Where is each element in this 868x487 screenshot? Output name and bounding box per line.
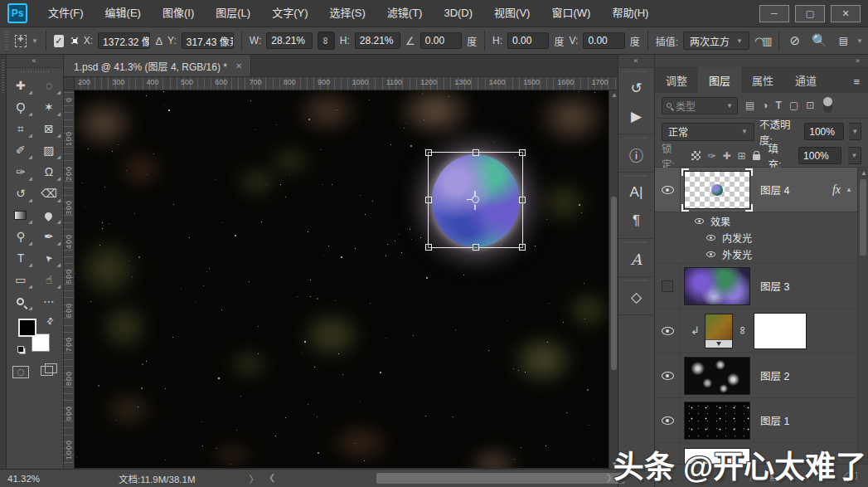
- blend-mode-select[interactable]: 正常▼: [662, 123, 754, 141]
- outer-glow-row[interactable]: 外发光: [655, 246, 857, 264]
- eye-icon[interactable]: [706, 251, 715, 257]
- tab-adjustments[interactable]: 调整: [655, 67, 698, 93]
- maximize-button[interactable]: ▢: [795, 5, 825, 22]
- tool-preset-chevron-icon[interactable]: ▼: [32, 37, 38, 45]
- zoom-tool-icon[interactable]: ◢: [7, 290, 35, 312]
- screen-mode-button[interactable]: [41, 363, 57, 376]
- default-colors-icon[interactable]: [17, 346, 25, 353]
- path-select-tool-icon[interactable]: ➤◢: [35, 247, 63, 269]
- menu-item-6[interactable]: 选择(S): [318, 0, 376, 27]
- layer4-thumbnail[interactable]: [684, 171, 750, 209]
- layer3-visibility[interactable]: [655, 264, 681, 308]
- document-tab[interactable]: 1.psd @ 41.3% (图层 4, RGB/16) * ✕: [64, 55, 251, 76]
- layer1-thumbnail[interactable]: [684, 402, 750, 440]
- filter-shape-layers-icon[interactable]: ▢: [789, 100, 798, 111]
- gradient-tool-icon[interactable]: ◢: [7, 204, 35, 226]
- layers-scrollbar[interactable]: ▲ ▼: [857, 168, 868, 464]
- layer-filter-select[interactable]: 类型 ▼: [662, 97, 738, 114]
- filter-toggle-switch[interactable]: [823, 98, 832, 113]
- y-position-field[interactable]: 317.43 像素: [182, 32, 234, 49]
- transform-handle[interactable]: [519, 197, 526, 203]
- layer1-visibility[interactable]: [655, 398, 681, 442]
- menu-item-8[interactable]: 3D(D): [433, 0, 483, 27]
- menu-item-9[interactable]: 视图(V): [483, 0, 541, 27]
- filter-pixel-layers-icon[interactable]: ▤: [745, 100, 754, 111]
- menu-item-7[interactable]: 滤镜(T): [376, 0, 434, 27]
- layer-row-3[interactable]: 图层 3: [655, 264, 868, 309]
- eye-icon[interactable]: [706, 235, 715, 241]
- delta-relative-position-icon[interactable]: Δ: [155, 35, 162, 47]
- tab-layers[interactable]: 图层: [698, 67, 741, 93]
- layers-scroll-thumb[interactable]: [860, 179, 866, 256]
- fill-chevron-icon[interactable]: ▼: [848, 147, 861, 164]
- lasso-tool-icon[interactable]: Ϙ◢: [7, 96, 35, 118]
- brush-tool-icon[interactable]: ✑◢: [7, 161, 35, 183]
- fx-badge[interactable]: fx: [832, 183, 841, 197]
- transform-handle[interactable]: [425, 149, 432, 156]
- transform-handle[interactable]: [473, 244, 479, 251]
- interpolation-select[interactable]: 两次立方▼: [683, 32, 749, 50]
- minimize-button[interactable]: ─: [759, 5, 789, 22]
- opacity-field[interactable]: 100%: [804, 123, 844, 140]
- lock-position-icon[interactable]: ✚: [723, 150, 731, 162]
- canvas[interactable]: [75, 90, 609, 468]
- gradient-fill-thumbnail[interactable]: [705, 314, 733, 348]
- glyphs-panel-icon[interactable]: A: [618, 245, 654, 273]
- layer2-name[interactable]: 图层 2: [760, 368, 789, 383]
- close-document-icon[interactable]: ✕: [235, 61, 242, 71]
- magic-wand-tool-icon[interactable]: ✶◢: [35, 96, 63, 118]
- tab-channels[interactable]: 通道: [784, 67, 827, 93]
- h-skew-field[interactable]: 0.00: [507, 32, 549, 49]
- marquee-tool-icon[interactable]: ◌◢: [35, 75, 63, 96]
- close-button[interactable]: ✕: [831, 5, 861, 22]
- lock-artboard-icon[interactable]: ⊞: [738, 150, 746, 162]
- transform-handle[interactable]: [519, 244, 526, 251]
- menu-item-5[interactable]: 文字(Y): [261, 0, 318, 27]
- info-panel-icon[interactable]: ⓘ: [618, 140, 654, 168]
- transform-handle[interactable]: [425, 197, 432, 203]
- frame-tool-icon[interactable]: ⊠◢: [35, 118, 63, 139]
- shape-tool-icon[interactable]: ▭◢: [7, 269, 35, 290]
- toggle-reference-point-checkbox[interactable]: ✓: [54, 35, 64, 47]
- layer-mask-link-icon[interactable]: ∞: [737, 327, 749, 334]
- color-swatches[interactable]: ⇄: [18, 319, 51, 353]
- layer4-name[interactable]: 图层 4: [760, 182, 789, 197]
- reference-point-locator-icon[interactable]: [69, 35, 79, 47]
- menu-item-11[interactable]: 帮助(H): [601, 0, 659, 27]
- move-tool-icon[interactable]: ✚◢: [7, 75, 35, 96]
- layer1-name[interactable]: 图层 1: [760, 412, 789, 428]
- filter-type-layers-icon[interactable]: T: [776, 100, 782, 111]
- maintain-aspect-ratio-button[interactable]: ∞: [318, 32, 335, 50]
- x-position-field[interactable]: 1372.32 像素: [98, 32, 150, 49]
- menu-item-1[interactable]: 文件(F): [37, 0, 95, 27]
- ruler-corner[interactable]: [64, 77, 75, 90]
- dodge-tool-icon[interactable]: ⚲◢: [7, 226, 35, 247]
- width-scale-field[interactable]: 28.21%: [266, 32, 312, 49]
- collapse-effects-icon[interactable]: ▲: [846, 186, 852, 193]
- scroll-up-icon[interactable]: ▲: [611, 91, 618, 99]
- v-skew-field[interactable]: 0.00: [583, 32, 624, 49]
- horizontal-scroll-thumb[interactable]: [376, 473, 625, 484]
- warp-mode-button[interactable]: ◠▥: [754, 35, 771, 47]
- fill-field[interactable]: 100%: [798, 147, 841, 164]
- layer-row-2[interactable]: 图层 2: [655, 353, 868, 398]
- transform-reference-point[interactable]: [472, 196, 479, 203]
- layer3-name[interactable]: 图层 3: [760, 278, 789, 294]
- history-panel-icon[interactable]: ↺: [618, 74, 654, 102]
- layer4-visibility[interactable]: [655, 168, 681, 212]
- vertical-scroll-thumb[interactable]: [611, 197, 617, 371]
- transform-handle[interactable]: [519, 149, 526, 156]
- menu-item-3[interactable]: 图像(I): [152, 0, 205, 27]
- transform-handle[interactable]: [473, 149, 479, 156]
- filter-smart-objects-icon[interactable]: ⊡: [806, 100, 814, 111]
- options-panel-toggle-icon[interactable]: ▤: [836, 35, 851, 46]
- expand-panels-button[interactable]: »: [655, 55, 868, 68]
- height-scale-field[interactable]: 28.21%: [355, 32, 400, 49]
- pen-tool-icon[interactable]: ✒◢: [35, 226, 63, 247]
- scroll-up-icon[interactable]: ▲: [861, 169, 867, 177]
- filter-adjustment-layers-icon[interactable]: ◑: [762, 100, 768, 111]
- transform-bounding-box[interactable]: [428, 152, 523, 248]
- blur-tool-icon[interactable]: ◢: [35, 204, 63, 226]
- tab-properties[interactable]: 属性: [741, 67, 784, 93]
- hand-tool-icon[interactable]: ☝◢: [35, 269, 63, 290]
